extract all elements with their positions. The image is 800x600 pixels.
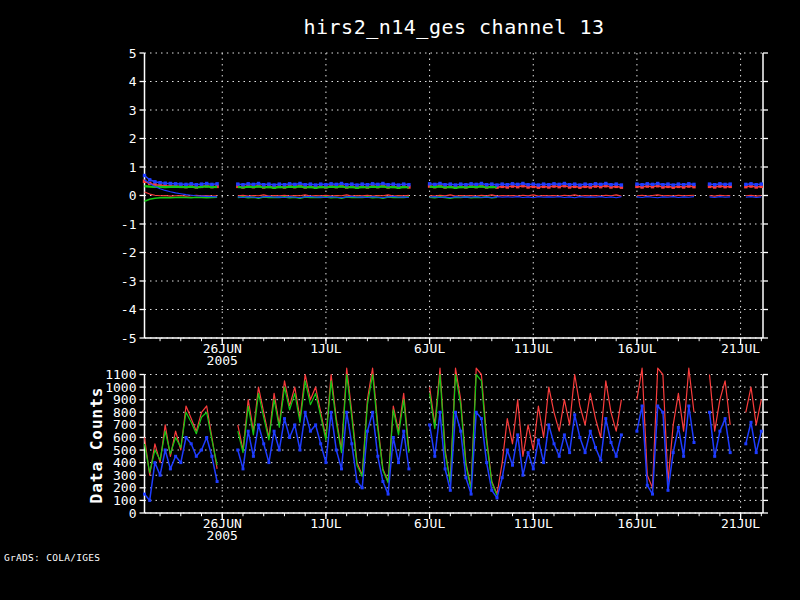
counts-blue-marker <box>439 411 442 414</box>
counts-blue-marker <box>319 442 322 445</box>
counts-blue-marker <box>589 430 592 433</box>
y-tick-label: 3 <box>129 103 137 118</box>
counts-blue-marker <box>345 411 348 414</box>
bias-upper-blue-marker <box>656 182 659 185</box>
bias-upper-blue-marker <box>661 183 664 186</box>
counts-red-line <box>746 387 762 425</box>
bias-upper-blue-marker <box>210 183 213 186</box>
bias-upper-blue-marker <box>371 182 374 185</box>
bias-upper-blue-marker <box>272 183 275 186</box>
bias-upper-blue-marker <box>293 183 296 186</box>
bias-upper-blue-marker <box>692 183 695 186</box>
bias-upper-blue-marker <box>646 182 649 185</box>
counts-blue-marker <box>620 433 623 436</box>
bias-upper-blue-marker <box>278 182 281 185</box>
counts-blue-marker <box>708 411 711 414</box>
counts-blue-marker <box>340 467 343 470</box>
counts-blue-marker <box>361 486 364 489</box>
counts-red-line <box>637 368 694 488</box>
counts-blue-marker <box>527 451 530 454</box>
y-tick-label: -4 <box>121 302 137 317</box>
bias-upper-blue-marker <box>190 182 193 185</box>
bias-upper-blue-marker <box>599 183 602 186</box>
bias-upper-blue-marker <box>469 182 472 185</box>
bias-upper-blue-marker <box>428 182 431 185</box>
counts-blue-marker <box>718 430 721 433</box>
counts-blue-marker <box>661 411 664 414</box>
counts-blue-marker <box>314 423 317 426</box>
counts-blue-marker <box>376 455 379 458</box>
counts-blue-marker <box>216 480 219 483</box>
counts-blue-marker <box>573 413 576 416</box>
bias-upper-blue-marker <box>635 182 638 185</box>
counts-blue-marker <box>143 493 146 496</box>
bias-upper-blue-marker <box>205 182 208 185</box>
bias-upper-blue-marker <box>485 183 488 186</box>
bias-upper-blue-marker <box>407 183 410 186</box>
bias-upper-red-line <box>637 186 694 187</box>
bias-upper-blue-marker <box>143 174 146 177</box>
bias-upper-blue-marker <box>153 180 156 183</box>
counts-blue-marker <box>273 430 276 433</box>
bias-upper-blue-marker <box>309 182 312 185</box>
counts-blue-marker <box>283 417 286 420</box>
bias-upper-blue-marker <box>501 182 504 185</box>
bias-upper-blue-marker <box>568 183 571 186</box>
counts-blue-marker <box>153 461 156 464</box>
counts-blue-marker <box>402 430 405 433</box>
bias-upper-blue-marker <box>666 182 669 185</box>
counts-blue-marker <box>252 455 255 458</box>
counts-blue-marker <box>496 496 499 499</box>
counts-blue-marker <box>299 449 302 452</box>
bias-upper-blue-marker <box>475 183 478 186</box>
x-tick-label: 1JUL <box>310 516 341 531</box>
x-tick-label: 16JUL <box>617 341 656 356</box>
bias-upper-blue-marker <box>449 182 452 185</box>
bias-upper-blue-marker <box>511 182 514 185</box>
counts-blue-marker <box>200 449 203 452</box>
counts-blue-marker <box>506 449 509 452</box>
bias-upper-blue-marker <box>319 182 322 185</box>
y-tick-label: -2 <box>121 245 137 260</box>
bias-upper-blue-marker <box>350 182 353 185</box>
counts-blue-marker <box>449 489 452 492</box>
bias-upper-blue-marker <box>547 183 550 186</box>
bias-upper-blue-marker <box>392 182 395 185</box>
counts-blue-marker <box>159 474 162 477</box>
bias-upper-blue-line <box>746 184 762 185</box>
y-tick-label: -3 <box>121 274 137 289</box>
bias-upper-blue-marker <box>241 183 244 186</box>
bias-upper-blue-marker <box>480 182 483 185</box>
bias-zero-red <box>145 192 762 196</box>
bias-upper-blue-marker <box>376 183 379 186</box>
counts-blue-marker <box>677 426 680 429</box>
counts-blue-marker <box>174 455 177 458</box>
chart-canvas: 543210-1-2-3-4-526JUN20051JUL6JUL11JUL16… <box>0 0 800 600</box>
counts-blue-marker <box>169 467 172 470</box>
bias-upper-blue-marker <box>744 183 747 186</box>
counts-blue-marker <box>542 461 545 464</box>
counts-blue-marker <box>553 442 556 445</box>
counts-blue-marker <box>257 423 260 426</box>
bias-zero-red-line <box>746 195 762 196</box>
bias-upper-blue-marker <box>262 183 265 186</box>
counts-blue-marker <box>381 480 384 483</box>
y-tick-label: 2 <box>129 131 137 146</box>
counts-blue-marker <box>371 411 374 414</box>
counts-blue-marker <box>501 476 504 479</box>
bias-upper-blue-marker <box>397 183 400 186</box>
counts-blue-marker <box>750 421 753 424</box>
counts-blue-marker <box>485 461 488 464</box>
bias-upper-blue-marker <box>267 182 270 185</box>
counts-blue-marker <box>185 436 188 439</box>
bias-upper-blue-marker <box>158 181 161 184</box>
counts-blue-marker <box>578 436 581 439</box>
counts-blue-marker <box>236 449 239 452</box>
counts-blue-marker <box>179 461 182 464</box>
counts-blue-marker <box>164 449 167 452</box>
counts-blue-marker <box>635 430 638 433</box>
counts-blue-marker <box>713 455 716 458</box>
counts-blue-marker <box>475 411 478 414</box>
bias-upper-blue-marker <box>537 183 540 186</box>
y-tick-label: 1 <box>129 160 137 175</box>
